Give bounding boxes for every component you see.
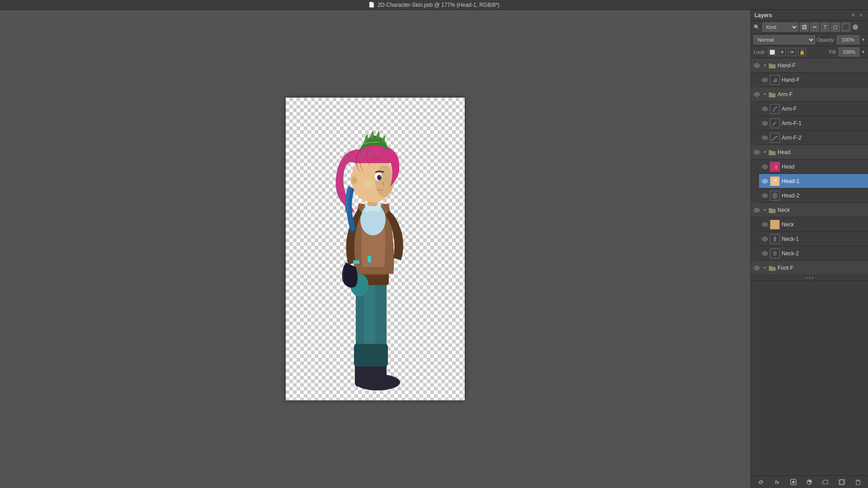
layer-row-hand-f-group[interactable]: ▾ Hand-F xyxy=(751,58,868,73)
collapse-arm-f-group[interactable]: ▾ xyxy=(762,91,768,98)
create-group-button[interactable] xyxy=(821,477,830,487)
layers-list[interactable]: ▾ Hand-F Hand-F ▾ Arm-F xyxy=(751,58,868,475)
collapse-neck-group[interactable]: ▾ xyxy=(762,207,768,213)
layer-row-arm-f[interactable]: Arm-F xyxy=(759,102,868,116)
visibility-eye-head-1[interactable] xyxy=(761,177,769,185)
svg-point-44 xyxy=(764,238,766,240)
visibility-eye-arm-f-2[interactable] xyxy=(761,134,769,142)
layer-name-arm-f-2: Arm-F-2 xyxy=(782,135,866,141)
svg-point-31 xyxy=(756,151,758,153)
folder-icon-hand-f xyxy=(768,61,776,70)
layer-row-arm-f-group[interactable]: ▾ Arm-F xyxy=(751,87,868,102)
lock-row: Lock: ⬜ ✛ ⟳ 🔒 Fill: ▼ xyxy=(751,46,868,58)
svg-point-52 xyxy=(792,481,795,483)
visibility-eye-head-2[interactable] xyxy=(761,192,769,200)
folder-icon-neck xyxy=(768,206,776,214)
panel-close-btn[interactable]: ✕ xyxy=(850,12,856,19)
svg-point-38 xyxy=(764,195,766,197)
svg-point-18 xyxy=(380,176,381,177)
filter-brush-btn[interactable]: ✏ xyxy=(810,23,819,32)
svg-point-13 xyxy=(375,165,393,197)
layer-thumb-neck xyxy=(770,220,780,230)
layer-name-neck-2: Neck-2 xyxy=(782,250,866,257)
visibility-eye-arm-f-1[interactable] xyxy=(761,119,769,127)
delete-layer-button[interactable] xyxy=(853,477,863,487)
filter-smart-btn[interactable]: ⬛ xyxy=(841,23,850,32)
layer-list-end-dots xyxy=(751,275,868,281)
fill-input[interactable] xyxy=(839,47,859,56)
title-bar-text: 2D-Character-Skin.psb @ 177% (Head-1, RG… xyxy=(377,2,500,8)
panel-menu-btn[interactable]: ≡ xyxy=(858,12,864,19)
fx-button[interactable]: fx xyxy=(772,477,782,487)
add-mask-button[interactable] xyxy=(788,477,798,487)
visibility-eye-hand-f-group[interactable] xyxy=(753,61,761,70)
layer-row-neck-group[interactable]: ▾ Neck xyxy=(751,203,868,217)
filter-image-btn[interactable]: 🖼 xyxy=(800,23,809,32)
lock-position-btn[interactable]: ✛ xyxy=(778,48,786,56)
svg-rect-4 xyxy=(354,344,388,366)
svg-point-47 xyxy=(764,253,766,254)
svg-point-40 xyxy=(772,192,778,199)
visibility-eye-neck-1[interactable] xyxy=(761,235,769,243)
svg-point-36 xyxy=(772,178,778,185)
layer-row-arm-f-1[interactable]: Arm-F-1 xyxy=(759,116,868,131)
opacity-input[interactable] xyxy=(837,35,859,44)
folder-icon-arm-f xyxy=(768,90,776,99)
filter-color-circle[interactable] xyxy=(853,24,858,30)
visibility-eye-foot-f-group[interactable] xyxy=(753,264,761,272)
layer-row-head-1[interactable]: Head-1 xyxy=(759,174,868,188)
visibility-eye-neck-2[interactable] xyxy=(761,249,769,258)
visibility-eye-arm-f[interactable] xyxy=(761,105,769,113)
canvas-container xyxy=(286,98,465,400)
svg-point-21 xyxy=(756,65,758,66)
layer-row-neck-2[interactable]: Neck-2 xyxy=(759,246,868,261)
blend-mode-select[interactable]: Normal xyxy=(754,35,815,44)
new-adjustment-layer-button[interactable] xyxy=(804,477,814,487)
layer-thumb-arm-f-2 xyxy=(770,133,780,143)
layer-thumb-arm-f xyxy=(770,104,780,114)
layer-row-head[interactable]: Head xyxy=(759,160,868,174)
layer-row-arm-f-2[interactable]: Arm-F-2 xyxy=(759,131,868,145)
filter-shape-btn[interactable]: ⬡ xyxy=(831,23,840,32)
create-new-layer-button[interactable] xyxy=(837,477,847,487)
svg-rect-9 xyxy=(368,256,371,263)
folder-icon-foot-f xyxy=(768,264,776,272)
svg-point-25 xyxy=(764,108,766,110)
collapse-head-group[interactable]: ▾ xyxy=(762,149,768,155)
svg-point-20 xyxy=(352,177,357,183)
svg-point-27 xyxy=(764,122,766,124)
layer-row-head-2[interactable]: Head-2 xyxy=(759,188,868,203)
layer-name-arm-f-group: Arm-F xyxy=(778,91,866,98)
lock-pixels-btn[interactable]: ⬜ xyxy=(768,48,776,56)
layer-row-head-group[interactable]: ▾ Head xyxy=(751,145,868,160)
fill-arrow-icon[interactable]: ▼ xyxy=(861,50,865,54)
lock-all-btn[interactable]: 🔒 xyxy=(798,48,806,56)
layer-name-hand-f-group: Hand-F xyxy=(778,62,866,69)
opacity-arrow-icon[interactable]: ▼ xyxy=(861,38,865,42)
layer-thumb-head-2 xyxy=(770,191,780,201)
filter-text-btn[interactable]: T xyxy=(821,23,830,32)
layer-name-neck-group: Neck xyxy=(778,207,866,213)
layer-row-neck[interactable]: Neck xyxy=(759,217,868,232)
lock-label: Lock: xyxy=(754,49,765,55)
visibility-eye-neck[interactable] xyxy=(761,221,769,229)
lock-art-btn[interactable]: ⟳ xyxy=(788,48,796,56)
collapse-foot-f-group[interactable]: ▾ xyxy=(762,265,768,271)
svg-rect-43 xyxy=(773,221,777,228)
visibility-eye-neck-group[interactable] xyxy=(753,206,761,214)
title-bar-icon: 📄 xyxy=(368,2,375,8)
filter-select[interactable]: Kind xyxy=(762,23,798,32)
svg-point-32 xyxy=(764,166,766,168)
layer-row-neck-1[interactable]: Neck-1 xyxy=(759,232,868,246)
layer-row-hand-f[interactable]: Hand-F xyxy=(759,73,868,87)
link-layers-button[interactable] xyxy=(756,477,766,487)
layer-row-foot-f-group[interactable]: ▾ Foot-F xyxy=(751,261,868,275)
layer-name-head: Head xyxy=(782,164,866,170)
collapse-hand-f-group[interactable]: ▾ xyxy=(762,62,768,69)
visibility-eye-head-group[interactable] xyxy=(753,148,761,156)
visibility-eye-head[interactable] xyxy=(761,163,769,171)
visibility-eye-arm-f-group[interactable] xyxy=(753,90,761,99)
layer-thumb-arm-f-1 xyxy=(770,118,780,128)
layer-name-arm-f-1: Arm-F-1 xyxy=(782,120,866,127)
visibility-eye-hand-f[interactable] xyxy=(761,76,769,84)
